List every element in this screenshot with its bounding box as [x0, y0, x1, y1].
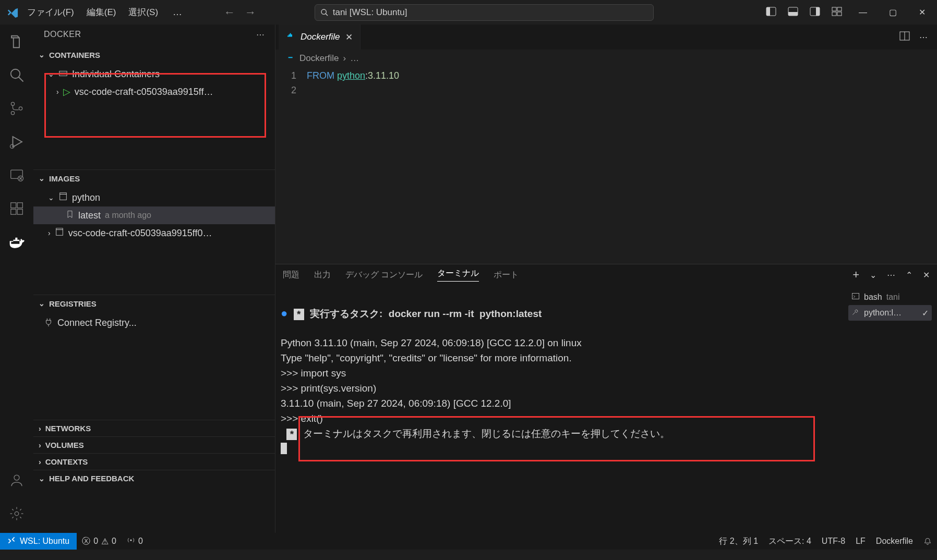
- editor-more-icon[interactable]: ⋯: [919, 32, 928, 42]
- remote-explorer-icon[interactable]: [9, 167, 25, 185]
- svg-rect-25: [17, 209, 22, 214]
- panel-more-icon[interactable]: ⋯: [887, 270, 895, 280]
- new-terminal-icon[interactable]: +: [852, 268, 859, 282]
- chevron-right-icon: ›: [39, 441, 41, 449]
- nav-forward-icon[interactable]: →: [245, 6, 256, 19]
- nav-back-icon[interactable]: ←: [224, 6, 235, 19]
- help-header[interactable]: ⌄ HELP AND FEEDBACK: [33, 470, 275, 486]
- svg-rect-32: [56, 229, 63, 235]
- docker-icon[interactable]: [8, 234, 25, 253]
- explorer-icon[interactable]: [9, 34, 25, 52]
- window-maximize[interactable]: ▢: [884, 5, 902, 19]
- svg-point-37: [130, 539, 131, 541]
- remote-icon: [7, 536, 16, 546]
- status-encoding[interactable]: UTF-8: [816, 533, 850, 550]
- close-icon[interactable]: ✕: [345, 32, 353, 43]
- search-icon: [320, 8, 329, 17]
- status-ports[interactable]: 0: [122, 533, 148, 550]
- image-python[interactable]: ⌄ python: [33, 189, 275, 206]
- status-language[interactable]: Dockerfile: [871, 533, 918, 550]
- sidebar-title: DOCKER: [44, 30, 81, 39]
- layout-bottom-icon[interactable]: [788, 6, 798, 19]
- editor-pane: Dockerfile ✕ ⋯ Dockerfile › … 1 2 FROM p…: [275, 25, 937, 533]
- sidebar-more-icon[interactable]: ⋯: [256, 30, 265, 40]
- chevron-down-icon: ⌄: [39, 51, 45, 59]
- layout-customize-icon[interactable]: [832, 6, 842, 19]
- chevron-down-icon: ⌄: [39, 299, 45, 308]
- radio-icon: [127, 536, 135, 546]
- window-minimize[interactable]: —: [854, 6, 872, 19]
- chevron-right-icon: ›: [56, 88, 59, 96]
- svg-rect-33: [56, 228, 63, 229]
- volumes-header[interactable]: › VOLUMES: [33, 436, 275, 453]
- vscode-logo-icon: [6, 6, 19, 19]
- registries-section: ⌄ REGISTRIES Connect Registry...: [33, 295, 275, 420]
- window-close[interactable]: ✕: [914, 5, 931, 19]
- menu-file[interactable]: ファイル(F): [23, 4, 78, 20]
- menu-select[interactable]: 選択(S): [124, 4, 162, 20]
- maximize-panel-icon[interactable]: ⌃: [906, 270, 912, 280]
- code-editor[interactable]: 1 2 FROM python:3.11.10: [275, 67, 937, 264]
- terminal-entry-python[interactable]: python:l… ✓: [848, 305, 932, 321]
- contexts-header[interactable]: › CONTEXTS: [33, 453, 275, 470]
- svg-rect-23: [17, 203, 22, 208]
- status-notifications-icon[interactable]: [918, 533, 937, 550]
- status-spaces[interactable]: スペース: 4: [763, 533, 816, 550]
- accounts-icon[interactable]: [9, 472, 25, 490]
- terminal-entry-bash[interactable]: bash tani: [848, 289, 932, 305]
- extensions-icon[interactable]: [9, 201, 25, 218]
- containers-group[interactable]: ⌄ Individual Containers: [33, 65, 275, 83]
- containers-header[interactable]: ⌄ CONTAINERS: [33, 46, 275, 63]
- bookmark-icon: [66, 210, 74, 221]
- close-panel-icon[interactable]: ✕: [923, 270, 930, 280]
- settings-gear-icon[interactable]: [9, 506, 25, 524]
- terminal-dropdown-icon[interactable]: ⌄: [870, 270, 876, 280]
- tab-dockerfile[interactable]: Dockerfile ✕: [279, 25, 361, 50]
- command-center[interactable]: tani [WSL: Ubuntu]: [315, 4, 654, 21]
- svg-rect-8: [832, 7, 836, 11]
- panel-tab-problems[interactable]: 問題: [283, 270, 299, 281]
- svg-line-13: [19, 77, 23, 82]
- split-editor-icon[interactable]: [899, 31, 910, 43]
- container-item[interactable]: › ▷ vsc-code-craft-c05039aa9915ff…: [33, 83, 275, 101]
- remote-indicator[interactable]: WSL: Ubuntu: [0, 533, 77, 550]
- check-icon: ✓: [922, 308, 929, 318]
- images-header[interactable]: ⌄ IMAGES: [33, 170, 275, 187]
- terminal-cursor: [281, 443, 287, 454]
- networks-header[interactable]: › NETWORKS: [33, 420, 275, 436]
- breadcrumb[interactable]: Dockerfile › …: [275, 50, 937, 67]
- svg-point-15: [11, 112, 14, 115]
- registries-header[interactable]: ⌄ REGISTRIES: [33, 295, 275, 312]
- image-vsc[interactable]: › vsc-code-craft-c05039aa9915ff0…: [33, 224, 275, 242]
- layout-right-icon[interactable]: [810, 6, 820, 19]
- menu-edit[interactable]: 編集(E): [82, 4, 121, 20]
- image-tag-latest[interactable]: latest a month ago: [33, 206, 275, 224]
- panel-tab-terminal[interactable]: ターミナル: [437, 268, 479, 282]
- panel-tab-output[interactable]: 出力: [314, 270, 331, 281]
- play-icon: ▷: [63, 86, 70, 98]
- svg-rect-22: [11, 203, 16, 208]
- source-control-icon[interactable]: [9, 101, 25, 118]
- run-debug-icon[interactable]: [9, 134, 25, 152]
- image-icon: [58, 192, 68, 204]
- status-line-col[interactable]: 行 2、列 1: [714, 533, 763, 550]
- svg-rect-36: [852, 293, 859, 299]
- terminal[interactable]: ● * 実行するタスク: docker run --rm -it python:…: [275, 285, 843, 533]
- menu-more[interactable]: …: [166, 5, 188, 20]
- connect-registry[interactable]: Connect Registry...: [33, 314, 275, 332]
- panel-tab-ports[interactable]: ポート: [494, 270, 519, 281]
- svg-rect-7: [816, 7, 820, 16]
- image-icon: [55, 227, 64, 239]
- svg-point-27: [15, 512, 19, 516]
- svg-point-26: [14, 475, 19, 480]
- search-icon[interactable]: [9, 67, 25, 85]
- sidebar: DOCKER ⋯ ⌄ CONTAINERS ⌄ Individual Conta…: [33, 25, 275, 533]
- panel-tab-debug[interactable]: デバッグ コンソール: [345, 270, 423, 281]
- chevron-right-icon: ›: [39, 458, 41, 466]
- status-errors[interactable]: ⓧ0 ⚠0: [77, 533, 122, 550]
- svg-rect-11: [837, 12, 842, 16]
- layout-left-icon[interactable]: [766, 6, 776, 19]
- warning-icon: ⚠: [101, 537, 109, 546]
- status-eol[interactable]: LF: [850, 533, 871, 550]
- svg-rect-31: [60, 192, 67, 194]
